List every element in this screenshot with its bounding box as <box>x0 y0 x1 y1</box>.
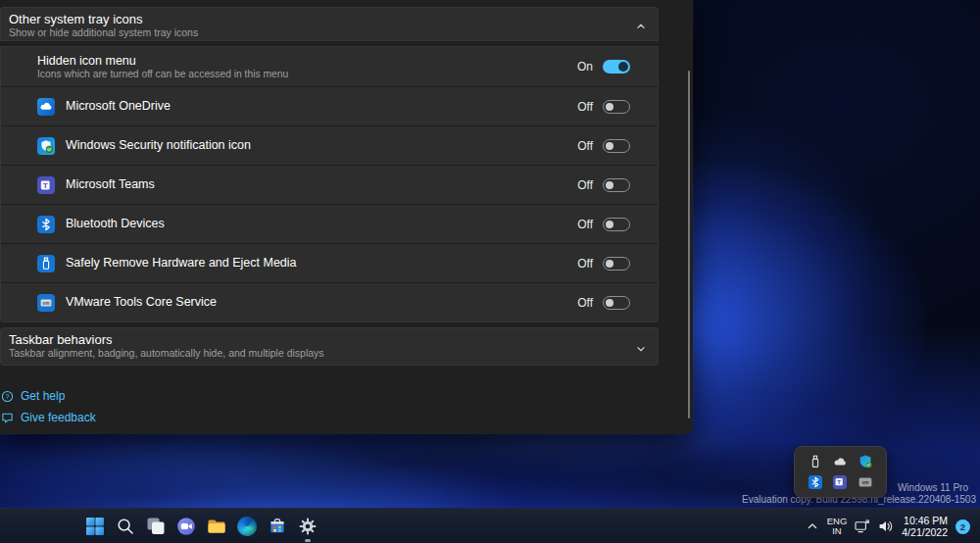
notification-count-badge[interactable]: 2 <box>956 519 970 534</box>
tray-icon-row: Safely Remove Hardware and Eject MediaOf… <box>1 243 658 282</box>
settings-icon <box>298 517 318 536</box>
toggle-knob <box>606 299 613 307</box>
search-icon <box>116 517 135 536</box>
behaviors-title: Taskbar behaviors <box>1 328 658 347</box>
help-icon: ? <box>1 390 14 403</box>
tray-icon-row: Windows Security notification iconOff <box>1 125 658 165</box>
tray-icon-row: Bluetooth DevicesOff <box>1 204 658 243</box>
toggle-state-label: Off <box>577 257 593 271</box>
toggle-switch[interactable] <box>603 178 630 192</box>
toggle-knob <box>606 142 613 150</box>
clock-time: 10:46 PM <box>902 515 948 527</box>
toggle-knob <box>606 221 613 228</box>
row-title: Microsoft OneDrive <box>66 99 171 114</box>
expander-title: Other system tray icons <box>1 8 658 26</box>
tray-icons-list: Hidden icon menuIcons which are turned o… <box>0 46 659 322</box>
row-title: Bluetooth Devices <box>66 217 165 231</box>
row-title: Hidden icon menu <box>37 54 288 69</box>
toggle-state-label: Off <box>577 100 593 114</box>
taskbar-file-explorer-button[interactable] <box>205 509 228 543</box>
toggle-knob <box>606 260 613 268</box>
window-scrollbar[interactable] <box>688 71 690 419</box>
taskbar-store-button[interactable] <box>266 509 289 543</box>
row-subtitle: Icons which are turned off can be access… <box>37 69 288 80</box>
toggle-state-label: Off <box>577 296 593 310</box>
svg-text:T: T <box>43 180 48 189</box>
desktop-wallpaper: Windows 11 Pro Evaluation copy. Build 22… <box>0 0 980 543</box>
language-switcher[interactable]: ENG IN <box>827 517 848 536</box>
bluetooth-tile-icon <box>37 216 55 233</box>
link-label: Get help <box>21 389 65 403</box>
onedrive-cloud-icon[interactable] <box>832 454 848 469</box>
toggle-state-label: On <box>577 60 593 74</box>
speaker-icon[interactable] <box>878 518 894 534</box>
task-view-icon <box>146 517 166 536</box>
hidden-icons-flyout: Tvm <box>794 446 887 498</box>
toggle-switch[interactable] <box>603 296 630 310</box>
expander-subtitle: Show or hide additional system tray icon… <box>1 26 658 39</box>
toggle-knob <box>606 103 613 111</box>
show-hidden-icons-chevron[interactable] <box>806 519 819 533</box>
taskbar-settings-button[interactable] <box>296 509 319 543</box>
taskbar-task-view-button[interactable] <box>144 509 168 543</box>
vmware-square-icon[interactable]: vm <box>858 474 873 490</box>
active-app-indicator <box>305 539 311 542</box>
row-title: Windows Security notification icon <box>66 138 251 153</box>
give-feedback-link[interactable]: Give feedback <box>1 411 96 424</box>
svg-text:?: ? <box>6 393 10 400</box>
bluetooth-square-icon[interactable] <box>808 474 823 490</box>
behaviors-subtitle: Taskbar alignment, badging, automaticall… <box>1 347 658 360</box>
taskbar-edge-button[interactable] <box>235 509 259 543</box>
toggle-knob <box>606 181 613 189</box>
svg-text:vm: vm <box>43 300 51 305</box>
clock-date: 4/21/2022 <box>902 526 948 539</box>
tray-icon-row: vmVMware Tools Core ServiceOff <box>1 282 658 321</box>
toggle-switch[interactable] <box>603 218 630 231</box>
vmware-tile-icon: vm <box>37 294 55 312</box>
teams-tile-icon: T <box>37 176 55 194</box>
windows-security-tile-icon <box>37 137 55 155</box>
row-title: VMware Tools Core Service <box>66 295 217 310</box>
row-title: Microsoft Teams <box>66 177 155 192</box>
tray-icon-row: Hidden icon menuIcons which are turned o… <box>1 47 658 86</box>
toggle-state-label: Off <box>577 139 593 153</box>
file-explorer-icon <box>207 517 226 536</box>
chevron-up-icon <box>635 19 647 30</box>
chat-icon <box>176 517 196 536</box>
other-system-tray-icons-expander[interactable]: Other system tray icons Show or hide add… <box>0 7 659 41</box>
row-title: Safely Remove Hardware and Eject Media <box>66 256 297 271</box>
teams-square-icon[interactable]: T <box>832 474 848 490</box>
taskbar-clock[interactable]: 10:46 PM 4/21/2022 <box>902 515 948 539</box>
chevron-down-icon <box>635 341 647 353</box>
taskbar-chat-button[interactable] <box>174 509 198 543</box>
toggle-state-label: Off <box>577 178 593 192</box>
settings-window: Other system tray icons Show or hide add… <box>0 0 693 434</box>
onedrive-tile-icon <box>37 98 55 116</box>
toggle-switch[interactable] <box>603 60 630 74</box>
store-icon <box>268 517 287 536</box>
toggle-knob <box>618 62 628 72</box>
toggle-switch[interactable] <box>603 257 630 271</box>
toggle-state-label: Off <box>577 218 593 231</box>
tray-icon-row: TMicrosoft TeamsOff <box>1 165 658 204</box>
get-help-link[interactable]: ?Get help <box>1 389 65 403</box>
taskbar-behaviors-expander[interactable]: Taskbar behaviors Taskbar alignment, bad… <box>0 327 659 366</box>
link-label: Give feedback <box>21 411 96 424</box>
svg-text:T: T <box>838 478 842 485</box>
taskbar-search-button[interactable] <box>114 509 137 543</box>
taskbar: ENG IN 10:46 PM 4/21/2022 2 <box>0 508 980 543</box>
toggle-switch[interactable] <box>603 100 630 114</box>
language-line2: IN <box>827 526 848 536</box>
security-shield-icon[interactable] <box>858 454 873 469</box>
tray-icon-row: Microsoft OneDriveOff <box>1 86 658 125</box>
feedback-icon <box>1 412 14 424</box>
usb-tile-icon <box>37 255 55 272</box>
taskbar-start-button[interactable] <box>83 509 107 543</box>
usb-outline-icon[interactable] <box>808 454 823 469</box>
toggle-switch[interactable] <box>603 139 630 153</box>
taskbar-system-tray: ENG IN 10:46 PM 4/21/2022 2 <box>806 509 970 543</box>
start-icon <box>85 517 105 536</box>
ethernet-icon[interactable] <box>855 518 870 534</box>
edge-icon <box>237 517 257 536</box>
svg-text:vm: vm <box>862 480 869 485</box>
